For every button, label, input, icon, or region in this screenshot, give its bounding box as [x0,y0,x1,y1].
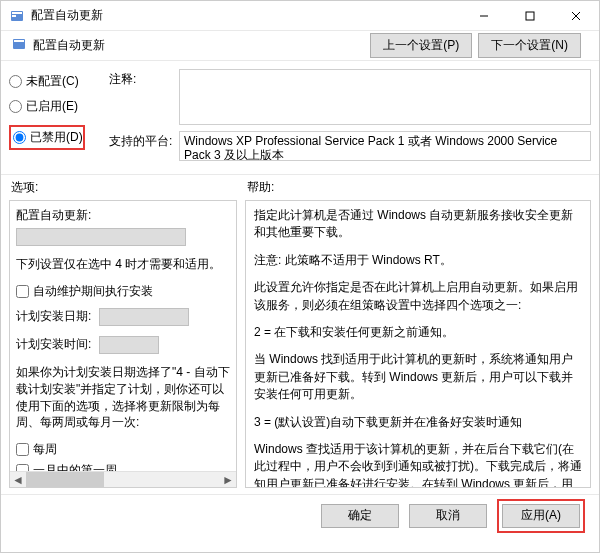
platform-label: 支持的平台: [109,131,179,161]
help-para: 3 = (默认设置)自动下载更新并在准备好安装时通知 [254,414,582,431]
apply-button[interactable]: 应用(A) [502,504,580,528]
radio-enabled[interactable] [9,100,22,113]
highlight-apply: 应用(A) [497,499,585,533]
minimize-button[interactable] [461,1,507,30]
options-label: 选项: [11,179,247,196]
config-area: 未配置(C) 已启用(E) 已禁用(D) 注释: 支持的平台: Windows … [1,61,599,175]
comment-label: 注释: [109,69,179,125]
help-label: 帮助: [247,179,274,196]
prev-setting-button[interactable]: 上一个设置(P) [370,33,472,58]
help-para: 指定此计算机是否通过 Windows 自动更新服务接收安全更新和其他重要下载。 [254,207,582,242]
every-week-label: 每周 [33,441,57,458]
help-text[interactable]: 指定此计算机是否通过 Windows 自动更新服务接收安全更新和其他重要下载。 … [246,201,590,487]
radio-label: 已禁用(D) [30,129,83,146]
install-day-dropdown[interactable] [99,308,189,326]
radio-label: 已启用(E) [26,98,78,115]
install-time-label: 计划安装时间: [16,337,91,351]
auto-maint-checkbox[interactable] [16,285,29,298]
help-para: 当 Windows 找到适用于此计算机的更新时，系统将通知用户更新已准备好下载。… [254,351,582,403]
update-mode-dropdown[interactable] [16,228,186,246]
auto-maint-label: 自动维护期间执行安装 [33,283,153,300]
install-time-dropdown[interactable] [99,336,159,354]
options-header: 配置自动更新: [16,207,230,224]
install-day-label: 计划安装日期: [16,309,91,323]
radio-label: 未配置(C) [26,73,79,90]
state-radios: 未配置(C) 已启用(E) 已禁用(D) [1,61,105,174]
svg-rect-1 [12,12,22,14]
every-week-checkbox[interactable] [16,443,29,456]
titlebar: 配置自动更新 [1,1,599,31]
help-para: 此设置允许你指定是否在此计算机上启用自动更新。如果启用该服务，则必须在组策略设置… [254,279,582,314]
maximize-button[interactable] [507,1,553,30]
comment-textbox[interactable] [179,69,591,125]
highlight-disabled: 已禁用(D) [9,125,85,150]
window-title: 配置自动更新 [31,7,461,24]
help-panel: 指定此计算机是否通过 Windows 自动更新服务接收安全更新和其他重要下载。 … [245,200,591,488]
help-para: 注意: 此策略不适用于 Windows RT。 [254,252,582,269]
dialog-footer: 确定 取消 应用(A) [1,494,599,536]
help-para: 2 = 在下载和安装任何更新之前通知。 [254,324,582,341]
help-para: Windows 查找适用于该计算机的更新，并在后台下载它们(在此过程中，用户不会… [254,441,582,487]
first-week-checkbox[interactable] [16,464,29,471]
svg-rect-8 [14,40,24,42]
options-hscrollbar[interactable]: ◄ ► [10,471,236,487]
section-labels: 选项: 帮助: [1,175,599,198]
scroll-right-icon[interactable]: ► [220,472,236,487]
first-week-label: 一月中的第一周 [33,462,117,471]
next-setting-button[interactable]: 下一个设置(N) [478,33,581,58]
radio-disabled[interactable] [13,131,26,144]
cancel-button[interactable]: 取消 [409,504,487,528]
policy-header: 配置自动更新 上一个设置(P) 下一个设置(N) [1,31,599,61]
svg-rect-2 [12,15,16,17]
ok-button[interactable]: 确定 [321,504,399,528]
app-icon [9,8,25,24]
weekly-desc: 如果你为计划安装日期选择了"4 - 自动下载计划安装"并指定了计划，则你还可以使… [16,364,230,431]
policy-title: 配置自动更新 [33,37,105,54]
svg-rect-4 [526,12,534,20]
policy-icon [11,36,27,55]
options-note: 下列设置仅在选中 4 时才需要和适用。 [16,256,230,273]
platform-text: Windows XP Professional Service Pack 1 或… [184,134,557,161]
radio-not-configured[interactable] [9,75,22,88]
options-panel: 配置自动更新: 下列设置仅在选中 4 时才需要和适用。 自动维护期间执行安装 计… [9,200,237,488]
platform-textbox: Windows XP Professional Service Pack 1 或… [179,131,591,161]
close-button[interactable] [553,1,599,30]
scroll-left-icon[interactable]: ◄ [10,472,26,487]
